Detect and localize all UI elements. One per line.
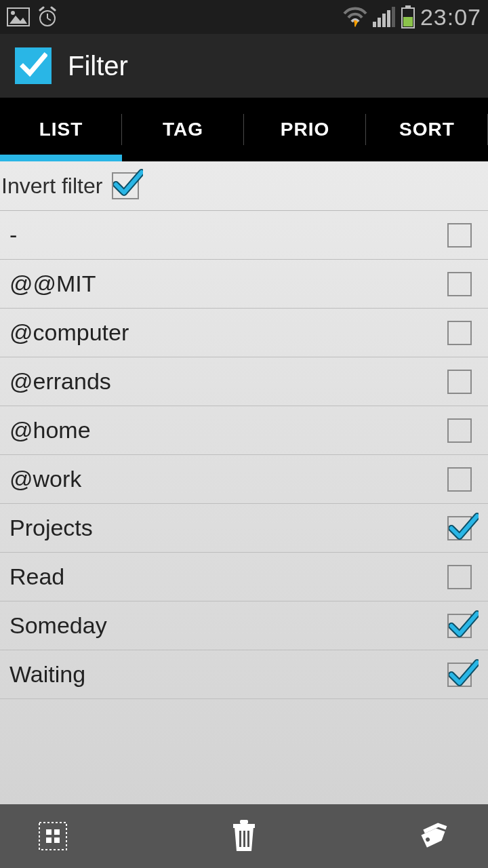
- list-item-label: @computer: [9, 319, 447, 346]
- list-item[interactable]: @@MIT: [0, 260, 488, 309]
- list-item[interactable]: Someday: [0, 601, 488, 650]
- appbar-title: Filter: [68, 51, 128, 81]
- tab-list[interactable]: LIST: [0, 98, 122, 161]
- tab-strip: LIST TAG PRIO SORT: [0, 98, 488, 161]
- tab-label: TAG: [163, 119, 203, 140]
- status-time: 23:07: [420, 4, 481, 31]
- list-item-label: Waiting: [9, 661, 447, 688]
- list-item[interactable]: -: [0, 211, 488, 260]
- wifi-icon: [343, 7, 367, 27]
- svg-rect-10: [373, 22, 376, 27]
- list-item[interactable]: @home: [0, 406, 488, 455]
- svg-rect-14: [392, 7, 395, 27]
- invert-filter-checkbox[interactable]: [112, 172, 139, 199]
- svg-rect-25: [243, 831, 245, 847]
- tab-sort[interactable]: SORT: [366, 98, 488, 161]
- list-item-label: @errands: [9, 368, 447, 395]
- list-item-label: Projects: [9, 515, 447, 541]
- svg-rect-18: [39, 823, 66, 850]
- select-all-button[interactable]: [33, 816, 73, 856]
- svg-rect-12: [382, 14, 386, 27]
- tab-prio[interactable]: PRIO: [244, 98, 366, 161]
- delete-button[interactable]: [224, 816, 264, 856]
- list-item-checkbox[interactable]: [447, 223, 472, 248]
- list-item-checkbox[interactable]: [447, 565, 472, 589]
- list-item-checkbox[interactable]: [447, 418, 472, 443]
- svg-rect-23: [240, 820, 248, 824]
- tab-indicator: [0, 155, 122, 161]
- list-item-checkbox[interactable]: [447, 321, 472, 345]
- image-icon: [7, 7, 30, 26]
- list-item-label: Read: [9, 564, 447, 590]
- tab-label: SORT: [399, 119, 455, 140]
- list-item[interactable]: @computer: [0, 309, 488, 357]
- svg-rect-26: [247, 831, 249, 847]
- invert-filter-row[interactable]: Invert filter: [0, 161, 488, 211]
- app-bar: Filter: [0, 34, 488, 98]
- tab-label: PRIO: [281, 119, 329, 140]
- svg-line-7: [52, 7, 55, 10]
- svg-rect-21: [46, 837, 52, 843]
- list-item-checkbox[interactable]: [447, 516, 472, 540]
- list-item[interactable]: Waiting: [0, 650, 488, 699]
- signal-icon: [373, 7, 396, 27]
- app-icon: [15, 47, 52, 84]
- svg-rect-20: [54, 829, 60, 835]
- list-item[interactable]: @work: [0, 455, 488, 504]
- list-item[interactable]: @errands: [0, 357, 488, 406]
- alarm-icon: [37, 6, 58, 28]
- svg-marker-1: [9, 16, 27, 24]
- bottom-action-bar: [0, 804, 488, 868]
- filter-content: Invert filter -@@MIT@computer@errands@ho…: [0, 161, 488, 804]
- tab-label: LIST: [39, 119, 83, 140]
- status-bar: 23:07: [0, 0, 488, 34]
- list-item-checkbox[interactable]: [447, 272, 472, 296]
- battery-icon: [401, 5, 415, 28]
- tag-button[interactable]: [415, 816, 455, 856]
- svg-point-2: [11, 11, 15, 15]
- list-item-checkbox[interactable]: [447, 467, 472, 492]
- svg-rect-13: [387, 10, 390, 27]
- invert-filter-label: Invert filter: [1, 174, 102, 199]
- list-item-label: @work: [9, 466, 447, 492]
- list-item-checkbox[interactable]: [447, 663, 472, 687]
- svg-line-5: [47, 18, 51, 20]
- svg-rect-11: [378, 18, 381, 27]
- list-item-checkbox[interactable]: [447, 614, 472, 638]
- list-item-checkbox[interactable]: [447, 370, 472, 394]
- list-item-label: Someday: [9, 612, 447, 639]
- svg-line-6: [40, 7, 43, 10]
- list-item[interactable]: Projects: [0, 504, 488, 553]
- svg-rect-24: [239, 831, 241, 847]
- svg-rect-22: [54, 837, 60, 843]
- list-item-label: -: [9, 222, 447, 248]
- tab-tag[interactable]: TAG: [122, 98, 244, 161]
- svg-rect-17: [403, 17, 413, 26]
- list-item-label: @home: [9, 417, 447, 443]
- list-item[interactable]: Read: [0, 553, 488, 601]
- svg-rect-19: [46, 829, 52, 835]
- list-item-label: @@MIT: [9, 271, 447, 297]
